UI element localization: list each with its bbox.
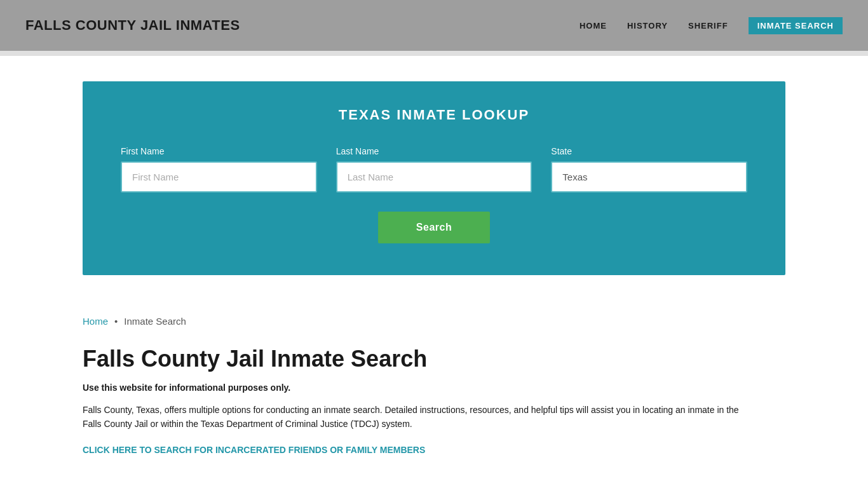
state-label: State	[551, 146, 747, 156]
search-section-title: TEXAS INMATE LOOKUP	[121, 107, 747, 123]
breadcrumb-home-link[interactable]: Home	[83, 316, 108, 327]
breadcrumb-separator: •	[114, 316, 118, 327]
page-heading: Falls County Jail Inmate Search	[83, 346, 785, 372]
first-name-group: First Name	[121, 146, 317, 193]
last-name-label: Last Name	[336, 146, 532, 156]
search-fields: First Name Last Name State	[121, 146, 747, 193]
nav-inmate-search[interactable]: INMATE SEARCH	[749, 17, 843, 34]
info-bold: Use this website for informational purpo…	[83, 383, 785, 393]
search-button[interactable]: Search	[378, 212, 490, 243]
state-group: State	[551, 146, 747, 193]
main-content: Falls County Jail Inmate Search Use this…	[0, 333, 868, 481]
search-btn-row: Search	[121, 212, 747, 243]
first-name-input[interactable]	[121, 161, 317, 193]
click-here-link[interactable]: CLICK HERE to Search for Incarcerated Fr…	[83, 445, 425, 455]
info-text: Falls County, Texas, offers multiple opt…	[83, 403, 750, 431]
sub-header-line	[0, 51, 868, 56]
nav-home[interactable]: HOME	[580, 21, 607, 30]
breadcrumb: Home • Inmate Search	[0, 301, 868, 333]
last-name-group: Last Name	[336, 146, 532, 193]
site-header: FALLS COUNTY JAIL INMATES HOME HISTORY S…	[0, 0, 868, 51]
site-title: FALLS COUNTY JAIL INMATES	[25, 17, 240, 34]
nav-history[interactable]: HISTORY	[627, 21, 668, 30]
nav-sheriff[interactable]: SHERIFF	[688, 21, 728, 30]
breadcrumb-current: Inmate Search	[124, 316, 186, 327]
main-nav: HOME HISTORY SHERIFF INMATE SEARCH	[580, 17, 843, 34]
first-name-label: First Name	[121, 146, 317, 156]
state-input[interactable]	[551, 161, 747, 193]
search-section: TEXAS INMATE LOOKUP First Name Last Name…	[83, 81, 785, 275]
last-name-input[interactable]	[336, 161, 532, 193]
